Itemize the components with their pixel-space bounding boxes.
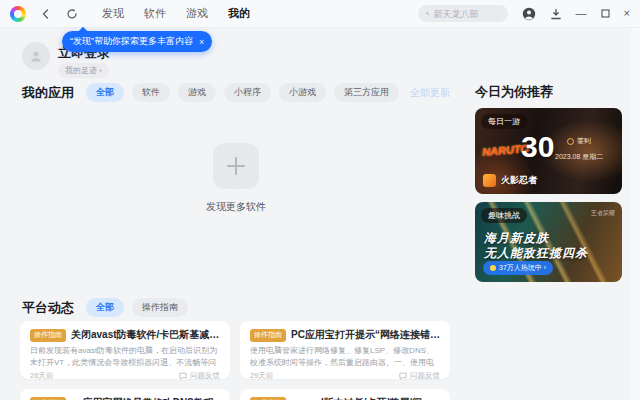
article-title: PC应用宝打开提示“网络连接错误” — [291, 328, 440, 342]
article-date: 29天前 — [250, 371, 273, 381]
scrollbar[interactable] — [631, 28, 640, 400]
topbar: 发现 软件 游戏 我的 — × — [0, 0, 640, 28]
close-button[interactable]: × — [624, 8, 630, 19]
game-watermark: 王者荣耀 — [591, 209, 615, 218]
players-icon — [490, 265, 496, 271]
daily-game-card[interactable]: 每日一游 NARUTO 30 签到 2023.08 星期二 火影忍者 — [475, 108, 622, 194]
platform-header: 平台动态 全部 操作指南 — [22, 298, 188, 317]
plus-icon — [227, 157, 245, 175]
article-title: 关闭avast防毒软件/卡巴斯基减少卡顿现象 — [71, 328, 220, 342]
article-card[interactable]: 操作指南 pc应用宝网络异常修改DNS教程 — [20, 389, 230, 400]
apps-tab-minigames[interactable]: 小游戏 — [279, 83, 326, 102]
platform-title: 平台动态 — [22, 299, 74, 317]
chat-icon — [399, 372, 407, 380]
feedback-link[interactable]: 问题反馈 — [399, 371, 440, 381]
footprint-link[interactable]: 我的足迹 › — [58, 63, 109, 78]
articles-grid: 操作指南 关闭avast防毒软件/卡巴斯基减少卡顿现象 日前发现装有avast防… — [20, 321, 450, 400]
download-manager-icon[interactable] — [550, 8, 562, 20]
update-all-button[interactable]: 全部更新 — [410, 86, 450, 100]
article-body: 日前发现装有avast防毒软件的电脑，在启动后识别为未打开VT，此类情况会导致模… — [30, 345, 220, 368]
avatar[interactable] — [22, 42, 50, 70]
add-software-label: 发现更多软件 — [183, 200, 289, 214]
back-icon[interactable] — [40, 8, 58, 20]
challenge-tag: 趣味挑战 — [481, 208, 527, 223]
add-software-button[interactable] — [213, 143, 259, 189]
my-apps-header: 我的应用 全部 软件 游戏 小程序 小游戏 第三方应用 全部更新 — [22, 83, 450, 102]
checkin-icon — [567, 138, 574, 145]
search-icon — [426, 9, 429, 18]
daily-game-name: 火影忍者 — [483, 174, 537, 187]
challenge-line2: 无人能敌狂揽四杀 — [484, 245, 588, 262]
apps-tab-games[interactable]: 游戏 — [178, 83, 216, 102]
article-title: pc应用宝网络异常修改DNS教程 — [71, 396, 214, 400]
article-body: 使用电脑管家进行网络修复、修复LSP、修改DNS、校准系统时间等操作，然后重启路… — [250, 345, 440, 368]
search-input[interactable] — [434, 9, 500, 19]
article-card[interactable]: 操作指南 关闭avast防毒软件/卡巴斯基减少卡顿现象 日前发现装有avast防… — [20, 321, 230, 379]
apps-tab-miniprogram[interactable]: 小程序 — [224, 83, 271, 102]
main-content: 立即登录 我的足迹 › 我的应用 全部 软件 游戏 小程序 小游戏 第三方应用 … — [0, 28, 640, 400]
feedback-link[interactable]: 问题反馈 — [179, 371, 220, 381]
topbar-right: — × — [418, 5, 630, 22]
apps-tab-all[interactable]: 全部 — [86, 83, 124, 102]
app-window: 发现 软件 游戏 我的 — × “发现”帮助你探索更多丰富内容 × — [0, 0, 640, 400]
game-icon — [483, 174, 496, 187]
article-card[interactable]: 操作指南 PC应用宝打开提示“网络连接错误” 使用电脑管家进行网络修复、修复LS… — [240, 321, 450, 379]
article-card[interactable]: 操作指南 opengl版本过低/卡死/花屏/闪退，升级显卡驱动… — [240, 389, 450, 400]
apps-tab-software[interactable]: 软件 — [132, 83, 170, 102]
chat-icon — [179, 372, 187, 380]
refresh-icon[interactable] — [66, 8, 84, 20]
daily-checkin-badge: 签到 — [567, 136, 591, 146]
nav-mine[interactable]: 我的 — [228, 6, 250, 21]
platform-tab-all[interactable]: 全部 — [86, 298, 124, 317]
article-tag: 操作指南 — [30, 397, 66, 400]
my-apps-title: 我的应用 — [22, 84, 74, 102]
recommend-title: 今日为你推荐 — [475, 83, 553, 101]
tooltip-close-icon[interactable]: × — [199, 37, 204, 47]
tooltip-text: “发现”帮助你探索更多丰富内容 — [70, 35, 193, 48]
article-title: opengl版本过低/卡死/花屏/闪退，升级显卡驱动… — [291, 396, 440, 400]
daily-day-number: 30 — [521, 130, 554, 164]
top-nav: 发现 软件 游戏 我的 — [102, 6, 250, 21]
minimize-button[interactable]: — — [576, 8, 587, 19]
nav-software[interactable]: 软件 — [144, 6, 166, 21]
app-logo-icon[interactable] — [10, 6, 26, 22]
challenge-stat-pill[interactable]: 37万人热玩中 › — [483, 261, 553, 275]
platform-tab-guide[interactable]: 操作指南 — [132, 298, 188, 317]
article-date: 26天前 — [30, 371, 53, 381]
daily-game-tag: 每日一游 — [481, 114, 527, 129]
article-tag: 操作指南 — [250, 329, 286, 342]
challenge-card[interactable]: 趣味挑战 王者荣耀 海月新皮肤 无人能敌狂揽四杀 37万人热玩中 › — [475, 202, 622, 282]
search-box[interactable] — [418, 5, 508, 22]
nav-games[interactable]: 游戏 — [186, 6, 208, 21]
user-icon[interactable] — [522, 7, 536, 21]
article-tag: 操作指南 — [250, 397, 286, 400]
maximize-button[interactable] — [601, 9, 610, 18]
nav-discover[interactable]: 发现 — [102, 6, 124, 21]
discover-tooltip: “发现”帮助你探索更多丰富内容 × — [62, 31, 212, 52]
daily-date: 2023.08 星期二 — [555, 152, 603, 162]
apps-tab-thirdparty[interactable]: 第三方应用 — [334, 83, 399, 102]
article-tag: 操作指南 — [30, 329, 66, 342]
